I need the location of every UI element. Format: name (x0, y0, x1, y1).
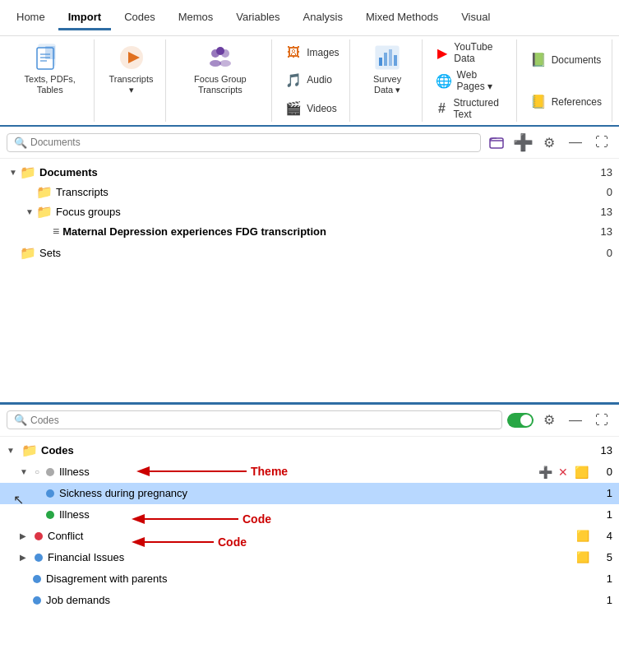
documents-minus-button[interactable]: — (565, 132, 586, 153)
nav-codes[interactable]: Codes (114, 6, 165, 30)
nav-memos[interactable]: Memos (169, 6, 224, 30)
images-label: Images (307, 47, 339, 58)
sets-count: 0 (596, 247, 612, 259)
transcripts-row[interactable]: ▶ 📁 Transcripts 0 (16, 182, 619, 202)
svg-rect-18 (490, 138, 503, 148)
images-icon: 🖼 (285, 45, 302, 60)
job-demands-count: 1 (596, 594, 612, 606)
documents-root-row[interactable]: ▼ 📁 Documents 13 (0, 162, 619, 182)
documents-panel: 🔍 ➕ ⚙ — ⛶ ▼ 📁 Documents 13 ▶ 📁 T (0, 127, 619, 405)
codes-expand-button[interactable]: ⛶ (591, 410, 612, 431)
illness-memo-button[interactable]: 🟨 (573, 464, 589, 480)
documents-tree: ▼ 📁 Documents 13 ▶ 📁 Transcripts 0 ▼ 📁 F… (0, 159, 619, 402)
ribbon: Texts, PDFs, Tables Transcripts ▾ (0, 36, 619, 127)
illness-chevron[interactable]: ▼ (20, 467, 33, 476)
webpages-button[interactable]: 🌐 Web Pages ▾ (432, 67, 510, 94)
codes-toggle-button[interactable] (507, 413, 534, 428)
nav-home[interactable]: Home (7, 6, 55, 30)
illness-count: 0 (596, 466, 612, 478)
texts-pdfs-button[interactable]: Texts, PDFs, Tables (13, 39, 87, 99)
documents-expand-button[interactable]: ⛶ (591, 132, 612, 153)
nav-mixed-methods[interactable]: Mixed Methods (356, 6, 448, 30)
financial-issues-row[interactable]: ▶ Financial Issues 🟨 5 (0, 547, 619, 568)
documents-settings-button[interactable]: ⚙ (538, 132, 560, 153)
maternal-doc-row[interactable]: ▶ ≡ Maternal Depression experiences FDG … (33, 221, 619, 241)
ribbon-group-transcripts: Transcripts ▾ (98, 39, 166, 122)
codes-settings-button[interactable]: ⚙ (538, 410, 560, 431)
codes-search-input[interactable] (30, 415, 495, 426)
search-icon: 🔍 (14, 137, 27, 149)
svg-rect-15 (384, 53, 387, 66)
documents-search-box[interactable]: 🔍 (7, 133, 481, 152)
codes-root-row[interactable]: ▼ 📁 Codes 13 (0, 440, 619, 461)
audio-icon: 🎵 (285, 72, 302, 88)
svg-point-11 (210, 60, 221, 67)
documents-root-label: Documents (39, 166, 589, 178)
documents-folder-icon: 📁 (20, 165, 36, 180)
images-button[interactable]: 🖼 Images (282, 44, 342, 62)
nav-visual[interactable]: Visual (451, 6, 500, 30)
conflict-chevron[interactable]: ▶ (20, 531, 33, 540)
videos-icon: 🎬 (285, 100, 302, 116)
ribbon-group-survey: Survey Data ▾ (353, 39, 423, 122)
youtube-button[interactable]: ▶ YouTube Data (432, 39, 510, 66)
disagreement-dot (33, 575, 41, 583)
maternal-doc-label: Maternal Depression experiences FDG tran… (62, 225, 589, 238)
codes-root-folder-icon: 📁 (21, 443, 38, 458)
videos-label: Videos (307, 103, 336, 114)
illness-code-dot (46, 511, 54, 519)
transcripts-label: Transcripts ▾ (109, 74, 154, 95)
sets-folder-icon: 📁 (20, 245, 36, 261)
nav-variables[interactable]: Variables (226, 6, 289, 30)
focus-group-button[interactable]: Focus Group Transcripts (176, 39, 266, 99)
documents-add-button[interactable]: ➕ (512, 132, 534, 153)
codes-search-box[interactable]: 🔍 (7, 410, 502, 429)
texts-pdfs-icon (35, 43, 65, 72)
survey-data-button[interactable]: Survey Data ▾ (360, 39, 415, 99)
nav-analysis[interactable]: Analysis (293, 6, 353, 30)
job-demands-row[interactable]: Job demands 1 (0, 590, 619, 611)
documents-import-button[interactable]: 📗 Documents (527, 50, 605, 69)
financial-chevron[interactable]: ▶ (20, 553, 33, 562)
illness-code-label: Illness (59, 508, 593, 521)
codes-root-chevron[interactable]: ▼ (7, 446, 20, 455)
codes-minus-button[interactable]: — (565, 410, 586, 431)
audio-button[interactable]: 🎵 Audio (282, 71, 342, 90)
conflict-row[interactable]: ▶ Conflict 🟨 4 (0, 526, 619, 547)
documents-search-input[interactable] (30, 137, 473, 148)
nav-import[interactable]: Import (58, 6, 111, 30)
ribbon-group-online: ▶ YouTube Data 🌐 Web Pages ▾ # Structure… (426, 39, 517, 122)
webpages-icon: 🌐 (436, 73, 452, 89)
focus-groups-row[interactable]: ▼ 📁 Focus groups 13 (16, 202, 619, 221)
financial-dot (35, 554, 43, 562)
focus-group-icon (206, 43, 235, 72)
illness-delete-button[interactable]: ✕ (555, 464, 571, 480)
focus-groups-chevron[interactable]: ▼ (23, 207, 36, 216)
videos-button[interactable]: 🎬 Videos (282, 99, 342, 118)
references-button[interactable]: 📒 References (527, 92, 605, 111)
transcripts-label: Transcripts (56, 186, 589, 198)
sickness-dot (46, 489, 54, 498)
disagreement-row[interactable]: Disagrement with parents 1 (0, 568, 619, 590)
illness-label: Illness (59, 466, 537, 478)
ribbon-group-texts: Texts, PDFs, Tables (7, 39, 95, 122)
illness-row[interactable]: ▼ ○ Illness ➕ ✕ 🟨 0 (0, 461, 619, 483)
illness-add-button[interactable]: ➕ (537, 464, 553, 480)
svg-rect-14 (379, 58, 382, 66)
structured-text-button[interactable]: # Structured Text (432, 95, 510, 122)
structured-text-icon: # (436, 101, 449, 116)
sets-row[interactable]: ▶ 📁 Sets 0 (0, 243, 619, 262)
codes-tree: ▼ 📁 Codes 13 ▼ ○ Illness ➕ ✕ 🟨 0 (0, 437, 619, 673)
conflict-count: 4 (596, 530, 612, 542)
codes-search-icon: 🔍 (14, 414, 27, 426)
codes-toolbar: 🔍 ⚙ — ⛶ (0, 405, 619, 437)
illness-code-count: 1 (596, 508, 612, 521)
illness-code-row[interactable]: Illness 1 (0, 504, 619, 526)
documents-chevron[interactable]: ▼ (7, 168, 20, 177)
transcripts-count: 0 (596, 186, 612, 198)
documents-new-folder-button[interactable] (486, 132, 507, 153)
transcripts-button[interactable]: Transcripts ▾ (104, 39, 159, 99)
conflict-dot (35, 532, 43, 540)
sickness-pregnancy-count: 1 (596, 487, 612, 499)
sickness-pregnancy-row[interactable]: Sickness during pregnancy 1 (0, 483, 619, 504)
